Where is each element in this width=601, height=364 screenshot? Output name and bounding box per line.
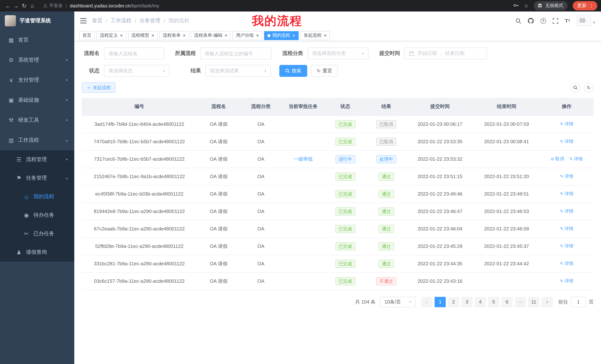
next-page-button[interactable]: › <box>541 297 553 307</box>
navbar-actions: ? TT ▾ <box>516 16 595 26</box>
font-size-icon[interactable]: TT <box>565 18 570 24</box>
back-icon[interactable]: ← <box>4 3 12 9</box>
sidebar-item-home[interactable]: ▦ 首页 <box>0 30 74 50</box>
address-bar[interactable]: ⚠ 不安全 | dashboard.yudao.iocoder.cn/bpm/t… <box>43 3 159 9</box>
update-label: 更新 <box>577 3 587 9</box>
detail-link[interactable]: ✎详情 <box>560 243 573 249</box>
page-more-button[interactable]: ··· <box>515 297 526 307</box>
sidebar-item-my-process[interactable]: ☺ 我的流程 <box>0 187 74 206</box>
page-size-select[interactable]: 10条/页 ▾ <box>380 297 416 307</box>
create-process-button[interactable]: ＋ 发起流程 <box>82 82 116 93</box>
dashboard-icon: ▦ <box>8 37 14 43</box>
sidebar-item-payment[interactable]: ¥ 支付管理 ▾ <box>0 70 74 90</box>
cancel-link[interactable]: ⊘取消 <box>551 156 564 162</box>
search-button[interactable]: 搜索 <box>279 65 307 77</box>
detail-link[interactable]: ✎详情 <box>569 156 583 162</box>
password-key-icon[interactable] <box>513 2 519 9</box>
prev-page-button[interactable]: ‹ <box>421 297 432 307</box>
tab-3[interactable]: 流程模型 × <box>128 31 158 40</box>
current-task-link[interactable]: 一级审批 <box>293 156 313 162</box>
app-logo[interactable]: 芋道管理系统 <box>0 11 74 30</box>
security-status[interactable]: ⚠ 不安全 <box>43 3 63 9</box>
search-icon[interactable] <box>516 18 521 24</box>
page-button-3[interactable]: 3 <box>461 297 472 307</box>
detail-link[interactable]: ✎详情 <box>560 191 573 197</box>
help-icon[interactable]: ? <box>541 18 546 24</box>
refresh-table-icon[interactable]: ↻ <box>584 83 594 92</box>
close-icon[interactable]: × <box>225 33 228 38</box>
sidebar-item-leave-query[interactable]: ♟ 请假查询 <box>0 243 74 262</box>
page-button-2[interactable]: 2 <box>448 297 459 307</box>
cell-name: OA 请假 <box>197 203 240 220</box>
update-button[interactable]: 更新 ⋮ <box>573 1 597 10</box>
reset-button[interactable]: ↻ 重置 <box>311 65 338 77</box>
status-badge: 已完成 <box>335 190 355 198</box>
sidebar-item-system[interactable]: ⚙ 系统管理 ▾ <box>0 50 74 70</box>
tab-8[interactable]: 发起流程 × <box>300 31 330 40</box>
browser-menu-icon[interactable]: ⋮ <box>589 3 594 9</box>
home-icon[interactable]: ⌂ <box>28 3 36 9</box>
tab-6[interactable]: 用户分组 × <box>233 31 262 40</box>
close-icon[interactable]: × <box>324 33 327 38</box>
detail-link[interactable]: ✎详情 <box>560 226 573 232</box>
caret-down-icon[interactable]: ▾ <box>593 20 595 25</box>
page-button-4[interactable]: 4 <box>475 297 486 307</box>
github-icon[interactable] <box>528 18 534 24</box>
field-label: 流程分类 <box>280 50 303 57</box>
tab-1[interactable]: 首页 <box>79 31 95 40</box>
status-select[interactable]: 请选择状态 ▾ <box>104 65 169 77</box>
sidebar-item-infrastructure[interactable]: ▣ 基础设施 ▾ <box>0 90 74 110</box>
cell-name: OA 请假 <box>197 238 240 255</box>
tab-7[interactable]: 我的流程 × <box>264 31 299 40</box>
tab-2[interactable]: 流程定义 × <box>97 31 126 40</box>
close-icon[interactable]: × <box>151 33 154 38</box>
sidebar-item-task-mgmt[interactable]: ⚑ 任务管理 ▴ <box>0 169 74 187</box>
page-button-5[interactable]: 5 <box>488 297 499 307</box>
forward-icon[interactable]: → <box>12 3 20 9</box>
sidebar-item-devtools[interactable]: ⚒ 研发工具 ▾ <box>0 110 74 130</box>
process-def-input[interactable] <box>200 48 271 59</box>
category-select[interactable]: 请选择流程分类 ▾ <box>308 48 369 59</box>
app-title: 芋道管理系统 <box>20 18 51 24</box>
cell-name: OA 请假 <box>197 115 240 133</box>
detail-link[interactable]: ✎详情 <box>560 138 573 145</box>
detail-link[interactable]: ✎详情 <box>560 208 573 214</box>
breadcrumb-task-mgmt[interactable]: 任务管理 <box>140 18 160 24</box>
show-search-icon[interactable] <box>571 83 580 92</box>
detail-link[interactable]: ✎详情 <box>560 260 573 267</box>
detail-link[interactable]: ✎详情 <box>560 121 573 127</box>
process-name-input[interactable] <box>104 48 164 59</box>
breadcrumb-workflow[interactable]: 工作流程 <box>111 18 131 24</box>
page-jumper: 前往 页 <box>558 297 594 307</box>
sidebar-item-done-tasks[interactable]: ✂ 已办任务 <box>0 224 74 243</box>
sidebar-item-process-mgmt[interactable]: ☰ 流程管理 ▾ <box>0 150 74 169</box>
sidebar-item-workflow[interactable]: ▥ 工作流程 ▴ <box>0 130 74 150</box>
fullscreen-icon[interactable] <box>553 18 558 24</box>
close-icon[interactable]: × <box>183 33 186 38</box>
incognito-badge[interactable]: 无痕模式 <box>534 1 568 10</box>
close-icon[interactable]: × <box>120 33 123 38</box>
tab-4[interactable]: 流程表单 × <box>159 31 189 40</box>
chevron-down-icon: ▾ <box>66 118 68 122</box>
breadcrumb-home[interactable]: 首页 <box>92 18 102 24</box>
avatar[interactable] <box>577 16 591 26</box>
menu-fold-icon[interactable] <box>80 18 87 23</box>
result-select[interactable]: 请选择流结果 ▾ <box>205 65 271 77</box>
close-icon[interactable]: × <box>256 33 259 38</box>
sidebar-item-todo-tasks[interactable]: ◉ 待办任务 <box>0 206 74 224</box>
goto-unit: 页 <box>589 298 594 305</box>
cell-id: 67c2eaab-7b9a-11ec-a290-acde48001122 <box>82 220 197 238</box>
bookmark-star-icon[interactable]: ☆ <box>524 3 529 9</box>
page-button-11[interactable]: 11 <box>528 297 539 307</box>
date-range-picker[interactable]: 开始日期 - 结束日期 <box>404 48 487 59</box>
goto-page-input[interactable] <box>571 297 586 307</box>
profile-label: 无痕模式 <box>545 3 563 9</box>
tab-5[interactable]: 流程表单-编辑 × <box>191 31 231 40</box>
detail-link[interactable]: ✎详情 <box>560 278 573 284</box>
page-button-6[interactable]: 6 <box>501 297 513 307</box>
close-icon[interactable]: × <box>292 33 295 38</box>
pagination-pages: 123456···11 <box>433 297 541 307</box>
page-button-1[interactable]: 1 <box>435 297 446 307</box>
reload-icon[interactable]: ↻ <box>20 2 28 9</box>
detail-link[interactable]: ✎详情 <box>560 173 573 180</box>
